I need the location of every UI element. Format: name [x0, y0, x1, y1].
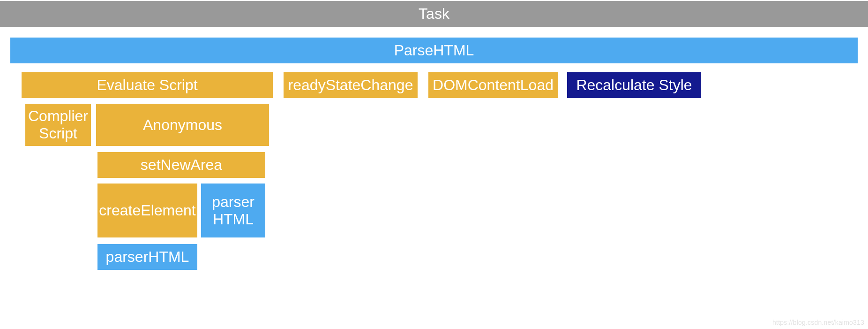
ready-state-change-label: readyStateChange — [288, 77, 413, 94]
anonymous-label: Anonymous — [143, 116, 222, 134]
evaluate-script-bar: Evaluate Script — [22, 72, 273, 98]
watermark: https://blog.csdn.net/kaimo313 — [772, 319, 864, 326]
compiler-script-bar: Complier Script — [25, 104, 91, 146]
compiler-script-label: Complier Script — [28, 107, 88, 142]
recalculate-style-bar: Recalculate Style — [567, 72, 701, 98]
set-new-area-bar: setNewArea — [97, 152, 265, 178]
create-element-bar: createElement — [97, 184, 197, 237]
evaluate-script-label: Evaluate Script — [97, 77, 197, 94]
dom-content-load-bar: DOMContentLoad — [428, 72, 558, 98]
parse-html-label: ParseHTML — [394, 42, 474, 59]
ready-state-change-bar: readyStateChange — [284, 72, 418, 98]
task-bar: Task — [0, 1, 868, 27]
dom-content-load-label: DOMContentLoad — [433, 77, 554, 94]
task-label: Task — [419, 5, 449, 23]
parser-html-label: parserHTML — [106, 248, 189, 266]
set-new-area-label: setNewArea — [141, 156, 222, 174]
parse-html-bar: ParseHTML — [10, 38, 858, 63]
parser-html-small-label: parser HTML — [206, 193, 261, 228]
create-element-label: createElement — [99, 202, 195, 219]
parser-html-small-bar: parser HTML — [201, 184, 265, 237]
anonymous-bar: Anonymous — [96, 104, 269, 146]
parser-html-bar: parserHTML — [97, 244, 197, 270]
recalculate-style-label: Recalculate Style — [576, 77, 692, 94]
